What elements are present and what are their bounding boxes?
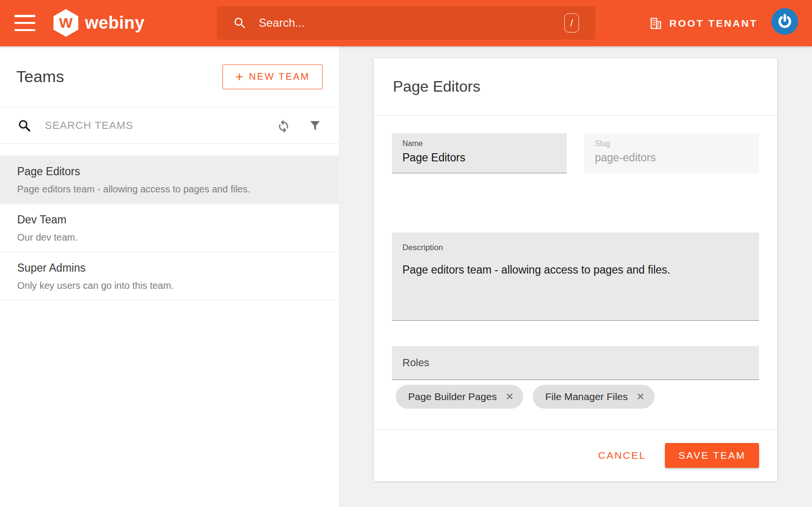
keyboard-shortcut-badge: / [564, 13, 579, 32]
name-input[interactable] [402, 151, 556, 164]
team-details-title: Page Editors [393, 78, 480, 95]
team-description: Page editors team - allowing access to p… [17, 184, 322, 195]
teams-search-row [0, 107, 339, 144]
new-team-button[interactable]: + NEW TEAM [222, 64, 323, 89]
team-description: Only key users can go into this team. [17, 280, 322, 291]
filter-button[interactable] [308, 119, 322, 132]
save-team-button[interactable]: SAVE TEAM [665, 443, 759, 468]
teams-panel-header: Teams + NEW TEAM [0, 46, 339, 107]
team-details-header: Page Editors [374, 58, 777, 116]
cancel-button[interactable]: CANCEL [598, 450, 646, 461]
chip-label: Page Builder Pages [408, 391, 497, 402]
team-list-item-page-editors[interactable]: Page Editors Page editors team - allowin… [0, 156, 339, 204]
logo-initial: W [59, 15, 73, 31]
description-field[interactable]: Description Page editors team - allowing… [392, 232, 759, 321]
remove-icon[interactable]: ✕ [636, 391, 645, 402]
search-icon [17, 118, 32, 133]
top-app-bar: W webiny / ROOT TENANT [0, 0, 812, 46]
team-name: Super Admins [17, 262, 322, 275]
slug-field: Slug [584, 133, 759, 173]
global-search-input[interactable] [259, 16, 564, 30]
search-icon [233, 16, 246, 30]
page-title: Teams [16, 67, 64, 86]
name-field[interactable]: Name [392, 133, 567, 173]
team-details-card: Page Editors Name Slug Description Page … [374, 58, 777, 481]
plus-icon: + [235, 69, 243, 84]
description-textarea[interactable]: Page editors team - allowing access to p… [402, 264, 749, 321]
global-search-bar[interactable]: / [217, 6, 595, 40]
remove-icon[interactable]: ✕ [506, 391, 514, 402]
team-list: Page Editors Page editors team - allowin… [0, 156, 339, 300]
selected-roles-chips: Page Builder Pages ✕ File Manager Files … [392, 385, 759, 409]
name-field-label: Name [402, 139, 556, 148]
webiny-hexagon-icon: W [53, 9, 78, 37]
team-list-item-dev-team[interactable]: Dev Team Our dev team. [0, 204, 339, 252]
form-footer: CANCEL SAVE TEAM [374, 429, 777, 481]
webiny-logo[interactable]: W webiny [53, 9, 145, 37]
teams-search-input[interactable] [45, 119, 269, 132]
building-icon [649, 17, 663, 30]
team-name: Page Editors [17, 165, 322, 178]
tenant-selector[interactable]: ROOT TENANT [649, 0, 758, 46]
power-icon [776, 13, 793, 30]
tenant-name: ROOT TENANT [669, 18, 758, 29]
roles-field-label: Roles [402, 357, 429, 369]
roles-field[interactable]: Roles [392, 346, 759, 380]
slug-input [595, 151, 749, 164]
teams-panel: Teams + NEW TEAM Page Editors Page edito… [0, 46, 339, 507]
refresh-button[interactable] [276, 118, 291, 133]
role-chip-page-builder-pages[interactable]: Page Builder Pages ✕ [396, 385, 523, 409]
filter-icon [308, 119, 322, 132]
team-description: Our dev team. [17, 232, 322, 243]
chip-label: File Manager Files [545, 391, 628, 402]
brand-wordmark: webiny [85, 13, 145, 33]
user-avatar[interactable] [771, 8, 798, 35]
description-field-label: Description [402, 243, 749, 253]
slug-field-label: Slug [595, 139, 749, 148]
team-form: Name Slug Description Page editors team … [374, 116, 777, 409]
team-list-item-super-admins[interactable]: Super Admins Only key users can go into … [0, 252, 339, 300]
team-name: Dev Team [17, 213, 322, 226]
role-chip-file-manager-files[interactable]: File Manager Files ✕ [533, 385, 654, 409]
refresh-icon [276, 118, 291, 133]
new-team-button-label: NEW TEAM [249, 71, 310, 82]
menu-icon[interactable] [14, 15, 35, 31]
